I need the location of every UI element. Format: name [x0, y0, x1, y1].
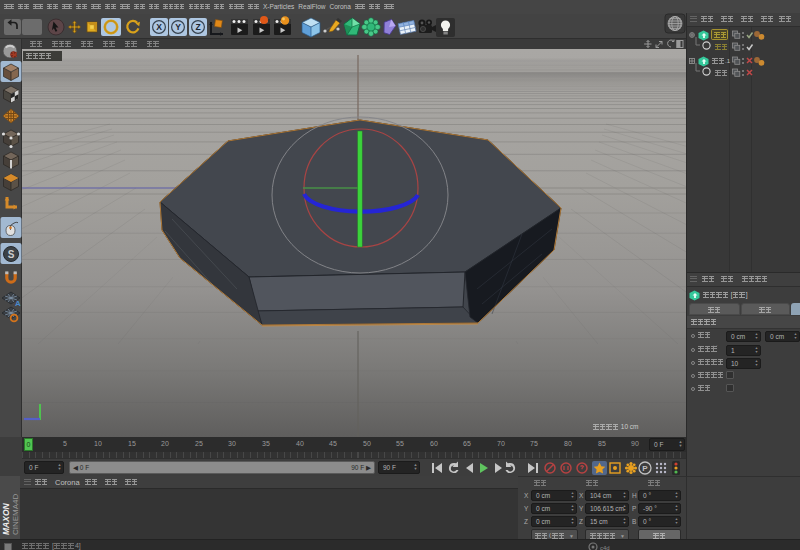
svg-text:P: P	[642, 464, 648, 473]
svg-text:X: X	[156, 22, 162, 32]
svg-text:A: A	[15, 299, 21, 308]
svg-text:S: S	[8, 249, 15, 260]
svg-text:Z: Z	[195, 22, 200, 32]
svg-text:CINEMA4D: CINEMA4D	[11, 493, 20, 535]
svg-text:c4d: c4d	[600, 545, 610, 550]
svg-text:MAXON: MAXON	[1, 503, 11, 536]
svg-text:Y: Y	[175, 22, 181, 32]
